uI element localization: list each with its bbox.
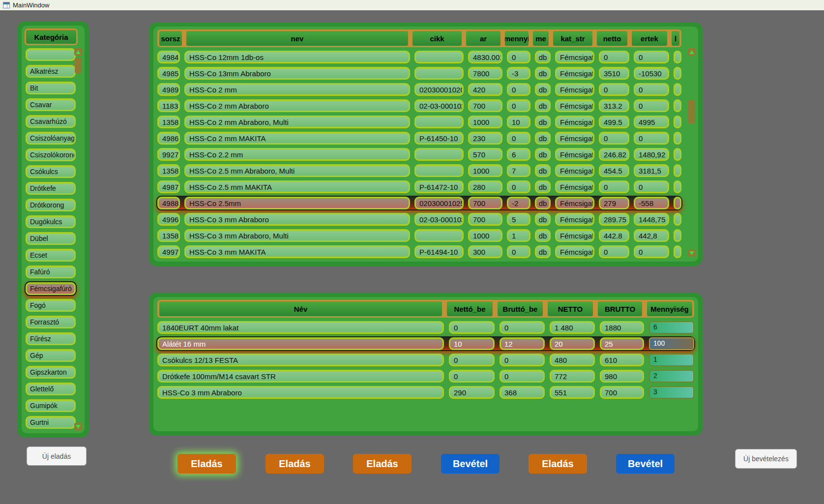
cell-me[interactable]: db [535, 229, 551, 242]
col-header-netto-be[interactable]: Nettó_be [447, 301, 493, 316]
cell-me[interactable]: db [535, 148, 551, 161]
scroll-up-icon[interactable] [74, 48, 82, 56]
category-item[interactable]: Fafúró [26, 266, 76, 278]
col-header-netto[interactable]: netto [597, 31, 627, 46]
cell-ertek[interactable]: 0 [634, 83, 669, 96]
cell-netto[interactable]: 0 [599, 180, 629, 193]
cell-cikk[interactable]: P-61472-10 [414, 180, 464, 193]
col-header-cikk[interactable]: cikk [412, 31, 462, 46]
new-sale-button[interactable]: Új eladás [27, 446, 87, 466]
category-item[interactable]: Ecset [26, 249, 76, 262]
category-item[interactable]: Bit [26, 82, 76, 94]
cell-nev[interactable]: HSS-Co 2.5mm [184, 197, 410, 209]
cell-netto[interactable]: 0 [599, 51, 629, 63]
cell-ar[interactable]: 280 [468, 180, 502, 193]
cell-ar[interactable]: 230 [468, 132, 502, 145]
cell-me[interactable]: db [535, 99, 551, 112]
cell-netto[interactable]: 454.5 [599, 164, 629, 177]
cell-cikk[interactable] [414, 67, 464, 80]
col-header-sorsz[interactable]: sorsz [159, 31, 182, 46]
new-receipt-button[interactable]: Új bevételezés [735, 449, 797, 469]
cell-kat-str[interactable]: Fémcsigafúró [555, 164, 594, 177]
product-row[interactable]: 4987HSS-Co 2.5 mm MAKITAP-61472-102800db… [157, 180, 681, 193]
product-row[interactable]: 4984HSS-Co 12mm 1db-os4830.0010dbFémcsig… [157, 51, 681, 63]
cell-ertek[interactable]: 0 [634, 99, 669, 112]
cell-brutto-be[interactable]: 0 [500, 321, 545, 334]
category-item[interactable]: Csavar [26, 98, 76, 111]
cell-ertek[interactable]: 3181,5 [634, 164, 669, 177]
cell-mennyi[interactable]: 0 [507, 245, 530, 258]
category-item[interactable]: Csavarhúzó [26, 115, 76, 128]
cell-kat-str[interactable]: Fémcsigafúró [555, 99, 594, 112]
category-item[interactable]: Gurtni [26, 416, 76, 429]
cell-me[interactable]: db [535, 132, 551, 145]
cell-kat-str[interactable]: Fémcsigafúró [555, 83, 594, 96]
category-item[interactable]: Gumipók [26, 399, 76, 412]
cell-cikk[interactable] [414, 148, 464, 161]
cell-netto[interactable]: 3510 [599, 67, 629, 80]
cell-ertek[interactable]: 1480,92 [634, 148, 669, 161]
cell-cikk[interactable] [414, 51, 464, 63]
cart-row[interactable]: 1840EURT 40mm lakat001 48018806 [157, 321, 694, 334]
category-item[interactable]: Alkatrész [26, 65, 76, 78]
scroll-down-icon[interactable] [688, 249, 696, 257]
cell-ertek[interactable]: 4995 [634, 116, 669, 128]
cell-sorsz[interactable]: 13584 [157, 164, 180, 177]
cell-sorsz[interactable]: 4985 [157, 67, 180, 80]
cell-brutto[interactable]: 1880 [600, 321, 644, 334]
col-header-kat-str[interactable]: kat_str [553, 31, 592, 46]
category-item[interactable]: Forrasztó [26, 316, 76, 328]
cell-nev[interactable]: HSS-Co 3 mm Abraboro [157, 386, 444, 399]
cart-row[interactable]: HSS-Co 3 mm Abraboro2903685517003 [157, 386, 694, 399]
cell-nev[interactable]: HSS-Co 2 mm MAKITA [184, 132, 410, 145]
col-header-nev[interactable]: Név [159, 301, 442, 316]
category-item[interactable]: Fűrész [26, 332, 76, 345]
cell-ertek[interactable]: -10530 [634, 67, 669, 80]
cell-ertek[interactable]: 0 [634, 51, 669, 63]
cell-mennyi[interactable]: -2 [507, 197, 530, 209]
cell-netto[interactable]: 279 [599, 197, 629, 209]
category-item[interactable]: Fogó [26, 299, 76, 312]
cell-sorsz[interactable]: 4984 [157, 51, 180, 63]
cell-kat-str[interactable]: Fémcsigafúró [555, 180, 594, 193]
cell-mennyiseg[interactable]: 100 [649, 337, 694, 350]
cell-brutto[interactable]: 700 [600, 386, 644, 399]
cell-ar[interactable]: 420 [468, 83, 502, 96]
col-header-mennyiseg[interactable]: Mennyiség [647, 301, 692, 316]
cell-me[interactable]: db [535, 245, 551, 258]
cell-netto[interactable]: 313.2 [599, 99, 629, 112]
cell-ar[interactable]: 1000 [468, 229, 502, 242]
cell-ertek[interactable]: 0 [634, 245, 669, 258]
cell-sorsz[interactable]: 4987 [157, 180, 180, 193]
col-header-l[interactable]: l [672, 31, 679, 46]
cell-kat-str[interactable]: Fémcsigafúró [555, 245, 594, 258]
cell-nev[interactable]: HSS-Co 13mm Abraboro [184, 67, 410, 80]
cell-netto[interactable]: 480 [550, 354, 595, 366]
cell-sorsz[interactable]: 4997 [157, 245, 180, 258]
product-row[interactable]: 13584HSS-Co 2.5 mm Abraboro, Multi10007d… [157, 164, 681, 177]
sale-button-4[interactable]: Eladás [529, 454, 587, 474]
cell-ar[interactable]: 4830.001 [468, 51, 502, 63]
cell-cikk[interactable]: 020300010202 [414, 83, 464, 96]
cell-brutto-be[interactable]: 12 [500, 337, 545, 350]
category-item[interactable]: Csiszolóanyag [26, 132, 76, 145]
cell-netto[interactable]: 289.75 [599, 213, 629, 226]
cell-netto[interactable]: 772 [550, 370, 595, 383]
product-row[interactable]: 9927HSS-Co 2.2 mm5706dbFémcsigafúró246.8… [157, 148, 681, 161]
sale-button-1[interactable]: Eladás [177, 454, 236, 474]
cell-netto[interactable]: 20 [550, 337, 595, 350]
cell-mennyi[interactable]: 0 [507, 132, 530, 145]
cell-me[interactable]: db [535, 164, 551, 177]
cell-ar[interactable]: 700 [468, 99, 502, 112]
cell-me[interactable]: db [535, 180, 551, 193]
scroll-down-icon[interactable] [74, 423, 82, 430]
category-item[interactable]: Fémcsigafúró [26, 282, 76, 295]
cell-me[interactable]: db [535, 213, 551, 226]
cell-nev[interactable]: HSS-Co 2.5 mm Abraboro, Multi [184, 164, 410, 177]
product-row[interactable]: 13585HSS-Co 3 mm Abraboro, Multi10001dbF… [157, 229, 681, 242]
cell-mennyi[interactable]: 0 [507, 99, 530, 112]
category-item[interactable] [26, 48, 76, 61]
income-button-2[interactable]: Bevétel [616, 454, 675, 474]
cell-me[interactable]: db [535, 67, 551, 80]
cell-mennyi[interactable]: 7 [507, 164, 530, 177]
